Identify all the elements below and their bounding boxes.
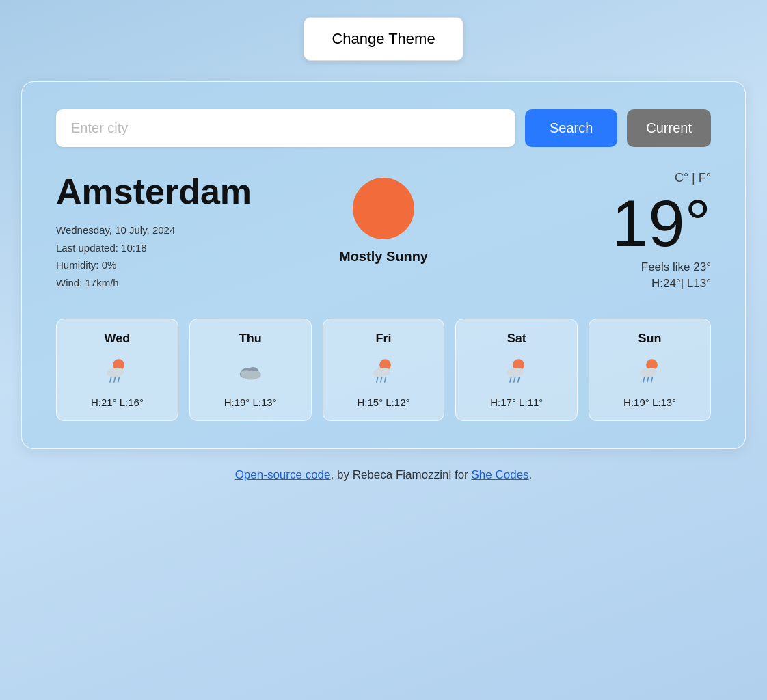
forecast-card: Fri H:15° L:12°: [323, 319, 445, 421]
forecast-temps: H:15° L:12°: [330, 396, 438, 408]
wind: Wind: 17km/h: [56, 274, 274, 292]
feels-like: Feels like 23°: [641, 260, 711, 274]
footer-text-after: .: [529, 468, 533, 481]
search-row: Search Current: [56, 109, 711, 147]
svg-line-4: [110, 377, 111, 382]
forecast-day: Wed: [64, 332, 171, 346]
forecast-temps: H:19° L:13°: [596, 396, 703, 408]
forecast-temps: H:21° L:16°: [64, 396, 171, 408]
svg-line-6: [118, 377, 120, 382]
humidity: Humidity: 0%: [56, 256, 274, 274]
svg-line-31: [643, 377, 644, 382]
svg-line-26: [517, 377, 519, 382]
svg-line-32: [647, 377, 648, 382]
forecast-temps: H:19° L:13°: [197, 396, 304, 408]
svg-point-15: [380, 368, 390, 376]
weather-condition: Mostly Sunny: [339, 249, 428, 265]
svg-point-2: [113, 368, 124, 376]
high-low: H:24°| L13°: [651, 277, 711, 291]
forecast-day: Sun: [596, 332, 703, 346]
main-temperature: 19°: [612, 191, 711, 256]
svg-point-30: [639, 369, 647, 376]
forecast-card: Wed H:21° L:16°: [56, 319, 178, 421]
svg-line-5: [114, 377, 116, 382]
weather-info: Amsterdam Wednesday, 10 July, 2024 Last …: [56, 171, 274, 291]
forecast-icon: [330, 354, 438, 388]
svg-line-17: [377, 377, 378, 382]
weather-meta: Wednesday, 10 July, 2024 Last updated: 1…: [56, 221, 274, 291]
forecast-row: Wed H:21° L:16°Thu H:19° L: [56, 319, 711, 421]
forecast-icon: [64, 354, 171, 388]
change-theme-button[interactable]: Change Theme: [304, 17, 463, 61]
weather-main-section: Amsterdam Wednesday, 10 July, 2024 Last …: [56, 171, 711, 291]
forecast-card: Sun H:19° L:13°: [589, 319, 711, 421]
svg-point-12: [251, 371, 261, 379]
svg-point-23: [507, 369, 515, 376]
svg-line-33: [651, 377, 652, 382]
forecast-day: Thu: [197, 332, 304, 346]
forecast-day: Fri: [330, 332, 438, 346]
svg-line-24: [510, 377, 511, 382]
open-source-link[interactable]: Open-source code: [235, 468, 331, 481]
forecast-icon: [463, 354, 570, 388]
forecast-temps: H:17° L:11°: [463, 396, 570, 408]
city-input[interactable]: [56, 109, 515, 147]
forecast-card: Thu H:19° L:13°: [189, 319, 312, 421]
current-location-button[interactable]: Current: [627, 109, 711, 147]
forecast-card: Sat H:17° L:11°: [455, 319, 578, 421]
forecast-icon: [596, 354, 703, 388]
svg-line-19: [385, 377, 386, 382]
weather-card: Search Current Amsterdam Wednesday, 10 J…: [21, 81, 746, 449]
weather-icon-section: Mostly Sunny: [274, 171, 492, 265]
city-name: Amsterdam: [56, 171, 274, 212]
svg-point-22: [513, 368, 524, 376]
svg-point-16: [373, 369, 381, 376]
footer: Open-source code, by Rebeca Fiamozzini f…: [235, 468, 533, 482]
svg-point-11: [241, 370, 252, 378]
forecast-day: Sat: [463, 332, 570, 346]
svg-point-29: [647, 368, 657, 376]
sun-icon: [353, 178, 414, 239]
she-codes-link[interactable]: She Codes: [471, 468, 528, 481]
weather-date: Wednesday, 10 July, 2024: [56, 221, 274, 239]
footer-text-before: , by Rebeca Fiamozzini for: [331, 468, 472, 481]
temperature-section: C° | F° 19° Feels like 23° H:24°| L13°: [493, 171, 711, 291]
svg-line-18: [381, 377, 382, 382]
search-button[interactable]: Search: [525, 109, 617, 147]
svg-line-25: [514, 377, 515, 382]
unit-toggle[interactable]: C° | F°: [675, 171, 711, 185]
forecast-icon: [197, 354, 304, 388]
svg-point-3: [107, 369, 115, 376]
last-updated: Last updated: 10:18: [56, 239, 274, 257]
